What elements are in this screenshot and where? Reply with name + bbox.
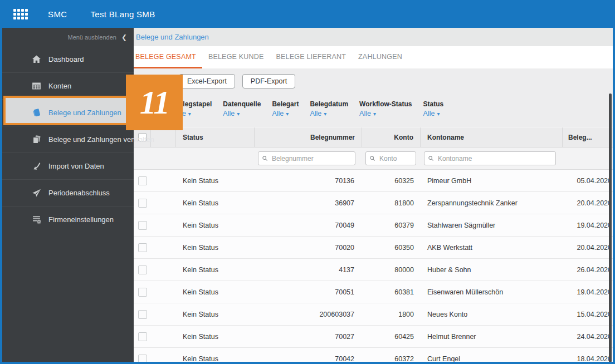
- tabs-row: BELEGE GESAMT BELEGE KUNDE BELEGE LIEFER…: [134, 46, 615, 68]
- cell-belegdatum: 26.04.2020: [563, 259, 615, 281]
- column-header-status[interactable]: Status: [176, 127, 255, 147]
- documents-icon: [32, 135, 41, 144]
- excel-export-button[interactable]: Excel-Export: [179, 74, 235, 88]
- main-content: Belege und Zahlungen BELEGE GESAMT BELEG…: [134, 28, 615, 364]
- filter-belegart: Belegart Alle▾: [272, 100, 299, 127]
- filter-datenquelle: Datenquelle Alle▾: [223, 100, 261, 127]
- settings-table-icon: [32, 215, 41, 224]
- table-row[interactable]: Kein Status 4137 80000 Huber & Sohn 26.0…: [134, 259, 615, 281]
- vertical-scrollbar[interactable]: [609, 94, 612, 362]
- cell-status: Kein Status: [176, 259, 255, 281]
- cell-kontoname: Curt Engel: [421, 348, 563, 364]
- column-header-belegdatum[interactable]: Beleg...: [563, 127, 615, 147]
- cell-belegdatum: 19.04.2020: [563, 214, 615, 236]
- cell-kontoname: Neues Konto: [421, 303, 563, 325]
- table-row[interactable]: Kein Status 70027 60425 Helmut Brenner 2…: [134, 326, 615, 348]
- sidebar-item-periodenabschluss[interactable]: Periodenabschluss: [0, 179, 134, 206]
- cell-status: Kein Status: [176, 303, 255, 325]
- import-arrow-icon: [32, 161, 41, 171]
- sidebar-item-dashboard[interactable]: Dashboard: [0, 46, 134, 72]
- breadcrumb-band: Belege und Zahlungen: [134, 28, 615, 46]
- toolbar: e Excel-Export PDF-Export: [134, 68, 615, 94]
- caret-down-icon: ▾: [188, 111, 191, 117]
- home-icon: [32, 55, 41, 64]
- book-icon: [32, 108, 41, 117]
- tab-belege-lieferant[interactable]: BELEGE LIEFERANT: [270, 46, 352, 68]
- cell-kontoname: Huber & Sohn: [421, 259, 563, 281]
- table-row[interactable]: Kein Status 70042 60372 Curt Engel 18.04…: [134, 348, 615, 364]
- row-checkbox[interactable]: [138, 288, 147, 297]
- app-brand: SMC: [48, 9, 67, 19]
- cell-belegnummer: 200603037: [255, 303, 362, 325]
- sidebar-item-belege-und-zahlungen[interactable]: Belege und Zahlungen: [0, 99, 134, 126]
- caret-down-icon: ▾: [237, 111, 240, 117]
- cell-belegnummer: 70051: [255, 281, 362, 303]
- sidebar: Menü ausblenden ❮ Dashboard Konten Beleg…: [0, 28, 134, 364]
- annotation-step-badge: 11: [126, 75, 183, 130]
- apps-grid-icon[interactable]: [13, 9, 28, 19]
- search-belegnummer-input[interactable]: [258, 151, 355, 165]
- tab-zahlungen[interactable]: ZAHLUNGEN: [352, 46, 408, 68]
- column-header-konto[interactable]: Konto: [362, 127, 421, 147]
- row-checkbox[interactable]: [138, 199, 147, 208]
- menu-collapse-label: Menü ausblenden: [67, 34, 116, 41]
- table-row[interactable]: Kein Status 36907 81800 Zerspannungstech…: [134, 192, 615, 214]
- filter-workflow-status-dropdown[interactable]: Alle▾: [359, 110, 412, 117]
- cell-konto: 60372: [362, 348, 421, 364]
- tab-belege-gesamt[interactable]: BELEGE GESAMT: [134, 46, 202, 68]
- caret-down-icon: ▾: [286, 111, 289, 117]
- row-checkbox[interactable]: [138, 310, 147, 319]
- sidebar-item-belege-und-zahlungen-verwalten[interactable]: Belege und Zahlungen verwalten: [0, 126, 134, 153]
- cell-belegnummer: 70049: [255, 214, 362, 236]
- filter-status-dropdown[interactable]: Alle▾: [423, 110, 444, 117]
- sidebar-item-import-von-daten[interactable]: Import von Daten: [0, 153, 134, 179]
- row-checkbox[interactable]: [138, 221, 147, 230]
- filter-datenquelle-dropdown[interactable]: Alle▾: [223, 110, 261, 117]
- caret-down-icon: ▾: [324, 111, 326, 117]
- cell-status: Kein Status: [176, 192, 255, 214]
- filter-belegdatum-dropdown[interactable]: Alle▾: [310, 110, 348, 117]
- filter-belegart-dropdown[interactable]: Alle▾: [272, 110, 299, 117]
- row-checkbox[interactable]: [138, 355, 147, 363]
- cell-konto: 60350: [362, 237, 421, 258]
- table-row[interactable]: Kein Status 200603037 1800 Neues Konto 1…: [134, 303, 615, 326]
- menu-collapse-control[interactable]: Menü ausblenden ❮: [0, 28, 134, 46]
- table-row[interactable]: Kein Status 70136 60325 Pimeur GmbH 05.0…: [134, 170, 615, 192]
- row-checkbox[interactable]: [138, 332, 147, 341]
- cell-konto: 60325: [362, 170, 421, 191]
- table-row[interactable]: Kein Status 70020 60350 AKB Werkstatt 20…: [134, 237, 615, 259]
- company-name[interactable]: Test BLang SMB: [91, 9, 155, 19]
- cell-status: Kein Status: [176, 214, 255, 236]
- sidebar-item-konten[interactable]: Konten: [0, 72, 134, 99]
- search-icon: [369, 155, 375, 161]
- table-row[interactable]: Kein Status 70051 60381 Eisenwaren Mülle…: [134, 281, 615, 303]
- cell-konto: 80000: [362, 259, 421, 281]
- cell-belegnummer: 70027: [255, 326, 362, 347]
- page-title: Belege und Zahlungen: [136, 33, 209, 41]
- row-checkbox[interactable]: [138, 176, 147, 185]
- paper-plane-icon: [32, 188, 41, 198]
- cell-belegnummer: 36907: [255, 192, 362, 214]
- tab-belege-kunde[interactable]: BELEGE KUNDE: [202, 46, 270, 68]
- row-checkbox[interactable]: [138, 265, 147, 274]
- table-icon: [32, 81, 41, 91]
- caret-down-icon: ▾: [373, 111, 376, 117]
- search-icon: [262, 155, 268, 161]
- table-row[interactable]: Kein Status 70049 60379 Stahlwaren Sägmü…: [134, 214, 615, 237]
- filter-status: Status Alle▾: [423, 100, 444, 127]
- column-header-kontoname[interactable]: Kontoname: [421, 127, 563, 147]
- pdf-export-button[interactable]: PDF-Export: [242, 74, 295, 88]
- column-header-belegnummer[interactable]: Belegnummer: [255, 127, 362, 147]
- cell-belegdatum: 24.04.2020: [563, 326, 615, 347]
- sidebar-items: Dashboard Konten Belege und Zahlungen Be…: [0, 46, 134, 233]
- topbar: SMC Test BLang SMB: [0, 0, 615, 28]
- cell-belegdatum: 15.04.2020: [563, 303, 615, 325]
- search-kontoname-input[interactable]: [424, 151, 556, 165]
- cell-status: Kein Status: [176, 348, 255, 364]
- cell-belegnummer: 70136: [255, 170, 362, 191]
- row-checkbox[interactable]: [138, 243, 147, 252]
- cell-belegdatum: 19.04.2020: [563, 281, 615, 303]
- cell-status: Kein Status: [176, 237, 255, 258]
- sidebar-item-firmeneinstellungen[interactable]: Firmeneinstellungen: [0, 206, 134, 233]
- column-header-empty: [151, 127, 176, 147]
